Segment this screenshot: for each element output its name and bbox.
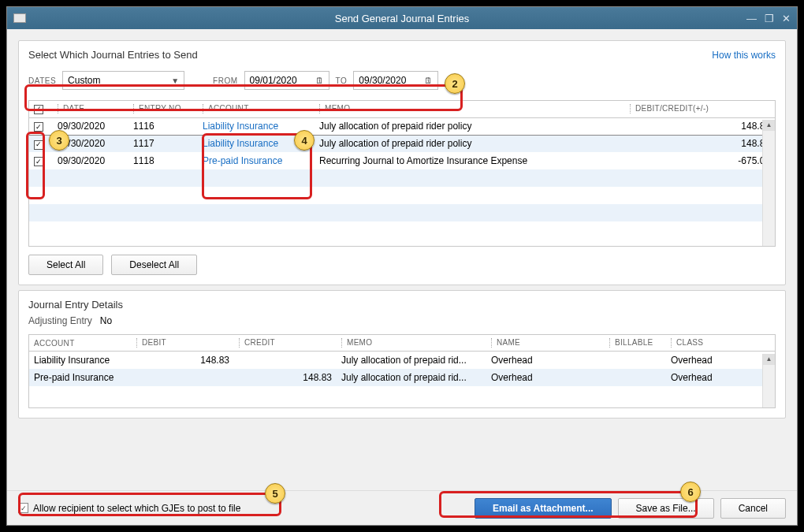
to-label: TO [336, 76, 348, 85]
col-memo: MEMO [325, 104, 350, 113]
d-memo: July allocation of prepaid rid... [337, 352, 486, 369]
dcol-name: NAME [497, 338, 520, 347]
save-as-file-button[interactable]: Save as File... [618, 498, 714, 519]
calendar-icon[interactable]: 🗓 [424, 76, 433, 85]
cell-account-link[interactable]: Liability Insurance [198, 117, 315, 135]
d-billable [605, 369, 666, 386]
d-debit: 148.83 [132, 352, 234, 369]
col-entry-no: ENTRY NO. [139, 104, 184, 113]
cell-amount: 148.83 [625, 135, 775, 152]
footer-buttons: Email as Attachment... Save as File... C… [475, 498, 786, 519]
details-table: ACCOUNT DEBIT CREDIT MEMO NAME BILLABLE … [29, 335, 775, 404]
cell-memo: July allocation of prepaid rider policy [315, 117, 625, 135]
calendar-icon[interactable]: 🗓 [315, 76, 324, 85]
allow-recipient-label: Allow recipient to select which GJEs to … [33, 503, 240, 514]
table-row[interactable]: ✓ 09/30/2020 1118 Pre-paid Insurance Rec… [29, 152, 775, 169]
cell-account-link[interactable]: Pre-paid Insurance [198, 152, 315, 169]
dates-dropdown[interactable]: Custom ▼ [62, 71, 184, 90]
help-link[interactable]: How this works [712, 50, 776, 61]
row-checkbox[interactable]: ✓ [34, 157, 43, 166]
cell-amount: 148.83 [625, 117, 775, 135]
cancel-button[interactable]: Cancel [720, 498, 786, 519]
selection-buttons: Select All Deselect All [28, 255, 776, 275]
row-checkbox[interactable]: ✓ [34, 140, 43, 150]
col-amount: DEBIT/CREDIT(+/-) [635, 104, 709, 113]
scroll-up-icon[interactable]: ▲ [763, 354, 775, 365]
cell-account-link[interactable]: Liability Insurance [198, 135, 315, 152]
cell-date: 09/30/2020 [53, 135, 128, 152]
table-row: Liability Insurance 148.83 July allocati… [29, 352, 775, 369]
col-date: DATE [63, 104, 84, 113]
cell-entry-no: 1117 [128, 135, 198, 152]
scrollbar[interactable]: ▲ [762, 354, 775, 407]
date-filter-bar: DATES Custom ▼ FROM 09/01/2020 🗓 TO 09/3… [28, 69, 776, 92]
table-row[interactable]: ✓ 09/30/2020 1117 Liability Insurance Ju… [29, 135, 775, 152]
d-billable [605, 352, 666, 369]
cell-date: 09/30/2020 [53, 152, 128, 169]
dcol-debit: DEBIT [142, 338, 166, 347]
deselect-all-button[interactable]: Deselect All [111, 255, 197, 275]
entries-table: ✓ DATE ENTRY NO. ACCOUNT MEMO DEBIT/CRED… [29, 101, 775, 239]
adjusting-value: No [100, 315, 112, 326]
adjusting-label: Adjusting Entry [28, 315, 92, 326]
cell-memo: Recurring Journal to Amortize Insurance … [315, 152, 625, 169]
d-debit [132, 369, 234, 386]
content-area: Select Which Journal Entries to Send How… [7, 29, 797, 490]
d-name: Overhead [486, 369, 605, 386]
d-account: Pre-paid Insurance [29, 369, 132, 386]
dcol-account: ACCOUNT [34, 339, 75, 348]
chevron-down-icon: ▼ [171, 76, 179, 85]
details-title: Journal Entry Details [28, 299, 776, 311]
close-icon[interactable]: ✕ [782, 13, 791, 24]
allow-recipient-group: ✓ Allow recipient to select which GJEs t… [18, 503, 240, 514]
dates-value: Custom [68, 75, 100, 86]
entries-panel: Select Which Journal Entries to Send How… [18, 40, 786, 285]
d-memo: July allocation of prepaid rid... [337, 369, 486, 386]
details-table-wrap: ACCOUNT DEBIT CREDIT MEMO NAME BILLABLE … [28, 334, 776, 408]
to-date-input[interactable]: 09/30/2020 🗓 [353, 71, 438, 90]
scroll-up-icon[interactable]: ▲ [763, 120, 775, 131]
d-name: Overhead [486, 352, 605, 369]
dcol-credit: CREDIT [244, 338, 275, 347]
dcol-billable: BILLABLE [615, 338, 653, 347]
table-row[interactable]: ✓ 09/30/2020 1116 Liability Insurance Ju… [29, 117, 775, 135]
d-credit: 148.83 [234, 369, 337, 386]
scrollbar[interactable]: ▲ [762, 120, 775, 246]
window-controls: — ❐ ✕ [746, 13, 791, 24]
section-title: Select Which Journal Entries to Send [28, 49, 198, 61]
footer-bar: ✓ Allow recipient to select which GJEs t… [7, 490, 797, 525]
app-icon [13, 13, 26, 23]
email-attachment-button[interactable]: Email as Attachment... [475, 498, 612, 519]
cell-entry-no: 1116 [128, 117, 198, 135]
d-class: Overhead [666, 352, 775, 369]
header-checkbox[interactable]: ✓ [34, 105, 43, 114]
from-date-value: 09/01/2020 [250, 75, 297, 86]
minimize-icon[interactable]: — [746, 13, 757, 24]
d-credit [234, 352, 337, 369]
d-account: Liability Insurance [29, 352, 132, 369]
from-date-input[interactable]: 09/01/2020 🗓 [244, 71, 329, 90]
table-row: Pre-paid Insurance 148.83 July allocatio… [29, 369, 775, 386]
to-date-value: 09/30/2020 [359, 75, 406, 86]
select-all-button[interactable]: Select All [28, 255, 103, 275]
from-label: FROM [213, 76, 237, 85]
dcol-memo: MEMO [347, 338, 372, 347]
cell-amount: -675.00 [625, 152, 775, 169]
cell-memo: July allocation of prepaid rider policy [315, 135, 625, 152]
maximize-icon[interactable]: ❐ [765, 13, 774, 24]
window-title: Send General Journal Entries [335, 13, 470, 24]
details-panel: Journal Entry Details Adjusting Entry No… [18, 290, 786, 419]
entries-table-wrap: ✓ DATE ENTRY NO. ACCOUNT MEMO DEBIT/CRED… [28, 100, 776, 247]
dates-label: DATES [28, 76, 56, 85]
d-class: Overhead [666, 369, 775, 386]
col-account: ACCOUNT [208, 104, 249, 113]
allow-recipient-checkbox[interactable]: ✓ [18, 503, 28, 513]
cell-date: 09/30/2020 [53, 117, 128, 135]
cell-entry-no: 1118 [128, 152, 198, 169]
adjusting-row: Adjusting Entry No [28, 315, 776, 326]
row-checkbox[interactable]: ✓ [34, 122, 43, 132]
dcol-class: CLASS [676, 338, 703, 347]
dialog-window: Send General Journal Entries — ❐ ✕ Selec… [6, 6, 798, 526]
entries-header: Select Which Journal Entries to Send How… [28, 49, 776, 61]
titlebar: Send General Journal Entries — ❐ ✕ [7, 7, 797, 29]
